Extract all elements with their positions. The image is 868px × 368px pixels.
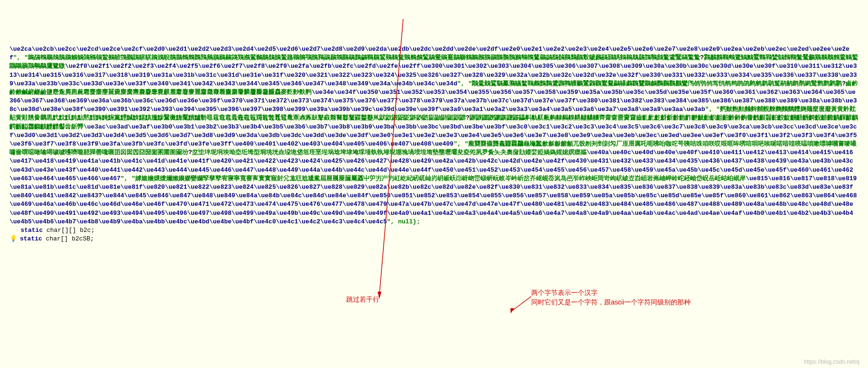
watermark: https://blog.csdn.net/q: [804, 358, 859, 366]
string-separator: ", ": [120, 175, 135, 182]
string-separator: ", ": [705, 106, 720, 113]
annotation-skip-lines: 跳过若干行: [346, 295, 379, 304]
cjk-literal: 嫭嫱嬙嬛嬡嬭嬾孃孆孌孏孯孳孼宥寢寧寬審寯寰實寵尌尣尨尩尬尲尷屆屜屩屪屫屬屭屮屰屴…: [135, 175, 746, 182]
code-block: \ue2ca\ue2cb\ue2cc\ue2cd\ue2ce\ue2cf\ue2…: [9, 37, 859, 244]
annotation-arrow-1: [379, 19, 408, 304]
svg-marker-3: [510, 308, 514, 313]
unknown-char: ?: [98, 192, 102, 199]
annotation-two-byte-2: 同时它们又是一个字符，跟ascii一个字符同级别的那种: [531, 298, 691, 307]
string-separator: ", ": [457, 80, 472, 87]
svg-line-0: [379, 19, 403, 294]
bulb-icon[interactable]: 💡: [9, 235, 17, 242]
keyword-static: static: [20, 235, 42, 242]
string-separator: ", ": [13, 54, 28, 61]
decl-b2csb: char[] b2cSB;: [42, 235, 94, 242]
escape-sequence: \ue844\ue845\ue846\ue847\ue848\ue849\ue8…: [9, 192, 857, 225]
annotation-two-byte-1: 两个字节表示一个汉字: [531, 288, 598, 298]
string-separator: ", ": [453, 140, 468, 147]
unknown-char: ?: [188, 149, 192, 156]
cjk-literal: 鷼鷽鷾鷿鸀鸁鸂鸃鸄鸅鸆鸇鸈鸉鸊鸋鸌鸍鸎鸏鸐鸑鸒鸓鸔鸕鸖鸗鸘鸙鸚鸛鸜鸝鸞鸤鸧鸮鸰鸴…: [472, 80, 842, 87]
keyword-static: static: [20, 227, 43, 234]
cjk-literal: 鵭鵮鵯鵰鵱鵲鵳鵴鵵鵶鵷鵸鵹鵺鵻鵼鵽鵾鵿鶀鶁鶂鶃鶄鶅鶆鶇鶈鶉鶊鶋鶌鶍鶎鶏鶐鶑鶒鶓鶔…: [28, 54, 700, 61]
unknown-char: ?: [842, 80, 846, 87]
svg-line-2: [512, 296, 531, 311]
decl-b2c: char[][] b2c;: [43, 227, 94, 234]
unknown-char: ?: [466, 114, 470, 121]
unknown-char: ?: [700, 54, 704, 61]
